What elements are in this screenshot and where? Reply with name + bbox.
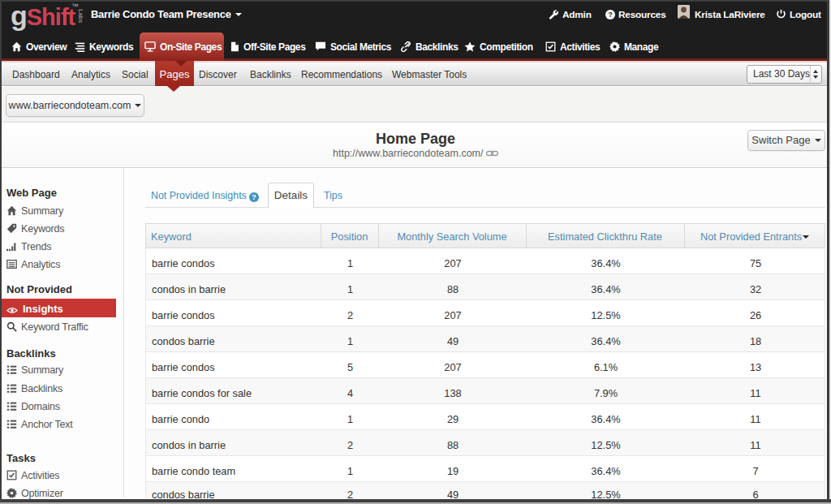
- svg-text:?: ?: [608, 11, 612, 19]
